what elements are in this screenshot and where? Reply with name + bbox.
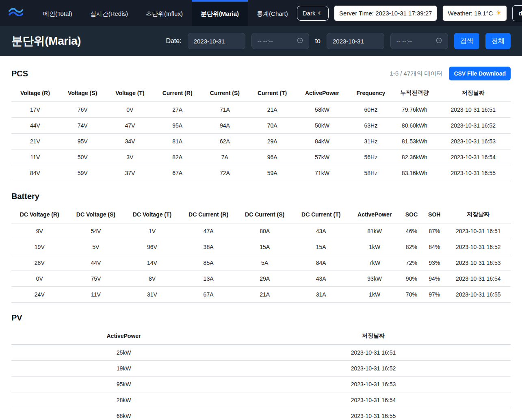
table-cell: 46% (400, 223, 423, 239)
table-row: 24V11V31V67A21A31A1kW70%97%2023-10-31 16… (11, 287, 511, 303)
column-header: Frequency (349, 84, 394, 102)
table-cell: 72% (400, 255, 423, 271)
date-from-input[interactable]: 2023-10-31 (188, 33, 245, 49)
table-cell: 95V (59, 134, 106, 149)
table-cell: 5V (68, 239, 124, 255)
column-header: SOH (423, 206, 446, 223)
table-cell: 82% (400, 239, 423, 255)
date-to-value: 2023-10-31 (333, 38, 364, 45)
date-to-input[interactable]: 2023-10-31 (327, 33, 384, 49)
pv-table: ActivePower저장날짜25kW2023-10-31 16:5119kW2… (11, 327, 511, 420)
table-cell: 87% (423, 223, 446, 239)
table-cell: 58kW (296, 102, 349, 118)
pcs-table: Voltage (R)Voltage (S)Voltage (T)Current… (11, 84, 511, 181)
table-cell: 24V (11, 287, 68, 303)
table-cell: 2023-10-31 16:52 (436, 118, 511, 134)
nav-item-1[interactable]: 메인(Total) (34, 0, 81, 26)
table-cell: 80.60kWh (393, 118, 435, 134)
search-button[interactable]: 검색 (454, 33, 479, 49)
table-cell: 2023-10-31 16:55 (236, 408, 511, 420)
server-time-text: Server Time: 2023-10-31 17:39:27 (339, 10, 432, 17)
app-logo[interactable] (8, 0, 24, 26)
table-cell: 8V (124, 271, 180, 287)
table-cell: 2023-10-31 16:54 (446, 271, 511, 287)
server-time-badge: Server Time: 2023-10-31 17:39:27 (334, 5, 437, 21)
table-cell: 0V (11, 271, 68, 287)
table-cell: 14V (124, 255, 180, 271)
to-label: to (315, 37, 321, 45)
table-cell: 63Hz (349, 118, 394, 134)
table-cell: 27A (154, 102, 201, 118)
table-cell: 13A (180, 271, 237, 287)
table-cell: 59A (249, 165, 296, 181)
table-cell: 81kW (349, 223, 400, 239)
table-cell: 15A (293, 239, 349, 255)
table-cell: 44V (68, 255, 124, 271)
top-navbar: 메인(Total)실시간(Redis)초단위(Influx)분단위(Maria)… (0, 0, 522, 26)
column-header: Current (S) (201, 84, 249, 102)
time-from-value: -- --:-- (258, 38, 273, 45)
nav-item-4[interactable]: 분단위(Maria) (192, 0, 248, 26)
wave-logo-icon (8, 7, 24, 19)
nav-item-5[interactable]: 통계(Chart) (248, 0, 297, 26)
column-header: ActivePower (349, 206, 400, 223)
table-cell: 31A (293, 287, 349, 303)
table-cell: 2023-10-31 16:54 (236, 392, 511, 408)
table-cell: 70A (249, 118, 296, 134)
column-header: ActivePower (11, 327, 236, 345)
table-row: 21V95V34V81A62A29A84kW31Hz81.53kWh2023-1… (11, 134, 511, 149)
table-cell: 84% (423, 239, 446, 255)
table-row: 0V75V8V13A29A43A93kW90%94%2023-10-31 16:… (11, 271, 511, 287)
date-from-value: 2023-10-31 (194, 38, 225, 45)
table-cell: 28V (11, 255, 68, 271)
table-cell: 96V (124, 239, 180, 255)
column-header: DC Voltage (S) (68, 206, 124, 223)
pcs-section-title: PCS (11, 69, 28, 78)
table-cell: 59V (59, 165, 106, 181)
table-cell: 15A (236, 239, 293, 255)
column-header: Voltage (S) (59, 84, 106, 102)
table-cell: 1kW (349, 239, 400, 255)
table-row: 68kW2023-10-31 16:55 (11, 408, 511, 420)
table-cell: 93% (423, 255, 446, 271)
table-cell: 7A (201, 149, 249, 165)
nav-item-3[interactable]: 초단위(Influx) (137, 0, 192, 26)
table-cell: 47V (106, 118, 154, 134)
csv-download-button[interactable]: CSV File Download (449, 67, 511, 80)
table-cell: 85A (180, 255, 237, 271)
table-cell: 62A (201, 134, 249, 149)
table-cell: 2023-10-31 16:53 (436, 134, 511, 149)
date-filter-controls: Date: 2023-10-31 -- --:-- to 2023-10-31 … (166, 33, 511, 49)
column-header: Voltage (T) (106, 84, 154, 102)
table-cell: 2023-10-31 16:51 (436, 102, 511, 118)
all-button[interactable]: 전체 (485, 33, 511, 49)
table-cell: 19V (11, 239, 68, 255)
dark-mode-toggle[interactable]: Dark ☾ (297, 6, 329, 21)
table-row: 11V50V3V82A7A96A57kW56Hz82.36kWh2023-10-… (11, 149, 511, 165)
table-cell: 54V (68, 223, 124, 239)
column-header: 저장날짜 (236, 327, 511, 345)
battery-table: DC Voltage (R)DC Voltage (S)DC Voltage (… (11, 206, 511, 303)
column-header: 저장날짜 (446, 206, 511, 223)
user-button[interactable]: daegun (512, 5, 522, 21)
table-cell: 95A (154, 118, 201, 134)
time-from-input[interactable]: -- --:-- (251, 33, 309, 49)
table-cell: 7kW (349, 255, 400, 271)
page-title: 분단위(Maria) (11, 33, 81, 49)
table-row: 44V74V47V95A94A70A50kW63Hz80.60kWh2023-1… (11, 118, 511, 134)
time-to-input[interactable]: -- --:-- (390, 33, 448, 49)
table-cell: 79.76kWh (393, 102, 435, 118)
table-cell: 57kW (296, 149, 349, 165)
column-header: Current (R) (154, 84, 201, 102)
table-cell: 50V (59, 149, 106, 165)
nav-item-2[interactable]: 실시간(Redis) (81, 0, 137, 26)
table-cell: 56Hz (349, 149, 394, 165)
battery-section-title: Battery (11, 192, 511, 201)
table-cell: 75V (68, 271, 124, 287)
column-header: Current (T) (249, 84, 296, 102)
nav-menu: 메인(Total)실시간(Redis)초단위(Influx)분단위(Maria)… (34, 0, 297, 26)
table-cell: 21A (249, 102, 296, 118)
table-cell: 44V (11, 118, 59, 134)
table-cell: 28kW (11, 392, 236, 408)
table-cell: 90% (400, 271, 423, 287)
